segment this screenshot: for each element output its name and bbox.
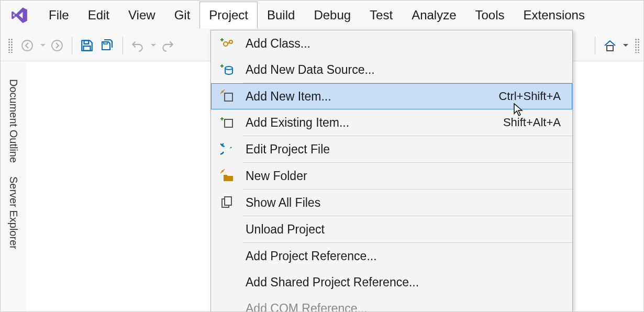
menuitem-add-class[interactable]: Add Class... (211, 30, 572, 57)
undo-button[interactable] (128, 36, 147, 55)
redo-button[interactable] (158, 36, 177, 55)
svg-point-6 (224, 42, 228, 46)
svg-point-1 (52, 40, 62, 51)
save-all-button[interactable] (98, 36, 117, 55)
svg-rect-2 (84, 40, 89, 44)
menuitem-label: Add COM Reference... (246, 302, 565, 313)
svg-point-7 (229, 40, 232, 43)
menu-extensions[interactable]: Extensions (514, 2, 594, 29)
menu-build[interactable]: Build (258, 2, 304, 29)
menuitem-label: Add Shared Project Reference... (246, 275, 565, 289)
svg-rect-9 (225, 93, 232, 101)
menuitem-label: Add New Item... (246, 90, 498, 104)
menu-project[interactable]: Project (199, 2, 258, 29)
home-button[interactable] (601, 36, 619, 55)
add-new-item-icon (218, 88, 236, 104)
menuitem-add-shared-project-reference[interactable]: Add Shared Project Reference... (211, 269, 572, 295)
menu-view[interactable]: View (119, 2, 165, 29)
menuitem-new-folder[interactable]: New Folder (211, 163, 572, 189)
menuitem-shortcut: Shift+Alt+A (503, 116, 561, 129)
menuitem-label: New Folder (246, 169, 565, 183)
toolbar-sep (72, 37, 72, 54)
menuitem-label: Show All Files (246, 196, 565, 210)
menuitem-label: Add New Data Source... (246, 63, 565, 77)
menuitem-unload-project[interactable]: Unload Project (211, 216, 572, 242)
undo-dropdown[interactable] (151, 44, 156, 47)
menuitem-add-new-data-source[interactable]: Add New Data Source... (211, 57, 572, 83)
svg-point-0 (22, 40, 32, 51)
show-all-files-icon (218, 195, 236, 210)
svg-rect-12 (225, 197, 231, 205)
save-button[interactable] (77, 36, 96, 55)
edit-project-icon (218, 141, 236, 157)
menuitem-add-com-reference[interactable]: Add COM Reference... (211, 295, 572, 312)
svg-rect-5 (607, 46, 613, 51)
menu-edit[interactable]: Edit (79, 2, 119, 29)
svg-rect-3 (84, 46, 91, 51)
menuitem-label: Add Existing Item... (246, 116, 503, 130)
menubar: File Edit View Git Project Build Debug T… (1, 1, 643, 30)
menuitem-label: Edit Project File (246, 142, 565, 157)
blank-icon (218, 248, 236, 264)
vs-logo-icon (9, 5, 30, 26)
toolbar-grip[interactable] (8, 38, 13, 53)
menu-git[interactable]: Git (165, 2, 200, 29)
add-existing-item-icon (218, 115, 236, 130)
svg-point-8 (225, 66, 232, 70)
nav-back-dropdown[interactable] (40, 44, 46, 47)
project-menu-dropdown: Add Class... Add New Data Source... Add … (210, 30, 573, 312)
blank-icon (218, 274, 236, 290)
blank-icon (218, 221, 236, 237)
menuitem-label: Add Class... (246, 37, 565, 51)
menu-debug[interactable]: Debug (304, 2, 360, 29)
nav-back-button[interactable] (18, 36, 37, 55)
add-class-icon (218, 36, 236, 51)
svg-rect-4 (104, 42, 107, 44)
mouse-cursor-icon (514, 103, 523, 117)
toolbar-sep (123, 37, 123, 54)
menu-file[interactable]: File (39, 2, 79, 29)
home-dropdown[interactable] (623, 44, 628, 47)
menu-test[interactable]: Test (360, 2, 402, 29)
sidebar-tab-document-outline[interactable]: Document Outline (5, 77, 21, 165)
menuitem-label: Add Project Reference... (246, 249, 565, 263)
toolbar-grip[interactable] (635, 38, 639, 53)
menuitem-label: Unload Project (246, 222, 565, 237)
menuitem-add-project-reference[interactable]: Add Project Reference... (211, 243, 572, 269)
nav-forward-button[interactable] (48, 36, 66, 55)
toolbar-sep (595, 37, 595, 54)
new-folder-icon (218, 168, 236, 184)
blank-icon (218, 300, 236, 312)
sidebar: Document Outline Server Explorer (1, 61, 26, 311)
menuitem-show-all-files[interactable]: Show All Files (211, 190, 572, 216)
add-datasource-icon (218, 62, 236, 77)
sidebar-tab-server-explorer[interactable]: Server Explorer (5, 174, 21, 251)
menu-analyze[interactable]: Analyze (402, 2, 465, 29)
svg-rect-10 (225, 119, 232, 127)
menuitem-shortcut: Ctrl+Shift+A (498, 90, 561, 103)
menuitem-edit-project-file[interactable]: Edit Project File (211, 136, 572, 162)
menu-tools[interactable]: Tools (466, 2, 514, 29)
